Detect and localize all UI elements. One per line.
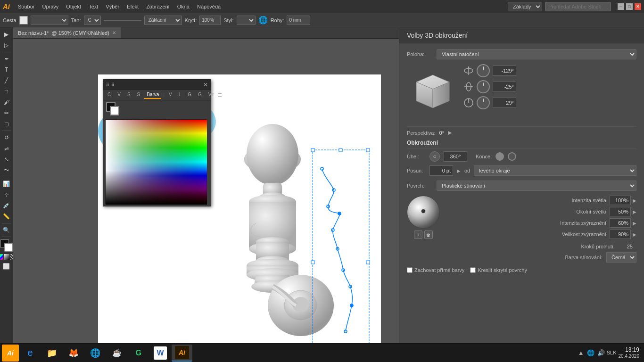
language-indicator[interactable]: SLK [607,350,617,355]
warp-tool[interactable]: 〜 [1,165,12,175]
panel-tab-s1[interactable]: S [125,91,133,99]
stock-search-input[interactable] [545,2,611,11]
posun-input[interactable]: 0 pt [429,165,453,176]
document-tab[interactable]: Bez názvu-1* @ 150% (CMYK/Náhled) ✕ [13,27,121,38]
tab-close-icon[interactable]: ✕ [112,30,116,35]
fill-swatch[interactable] [19,16,28,25]
kreslit-checkbox[interactable] [470,267,476,273]
panel-close-btn[interactable]: ✕ [203,82,208,88]
velikost-zvyrazneni-input[interactable]: 90% [610,230,631,239]
eyedropper-tool[interactable]: 💉 [1,200,12,211]
chrome-taskbar-btn[interactable]: 🌐 [85,345,106,362]
panel-tab-v[interactable]: V [115,91,123,99]
color-mode-btn[interactable] [0,254,3,260]
shade-select[interactable]: Černá [606,252,636,263]
panel-menu-btn[interactable]: ☰ [218,92,222,98]
select-tool[interactable]: ▶ [1,29,12,40]
pencil-tool[interactable]: ✏ [1,108,12,118]
intenzita-zvyrazneni-input[interactable]: 60% [610,218,631,228]
bg-swatch[interactable] [110,106,119,115]
z-rotation-input[interactable]: 29° [493,98,516,108]
x-rotation-input[interactable]: -129° [493,66,516,76]
y-rotation-input[interactable]: -25° [493,82,516,92]
intenzita-zvyrazneni-arrow[interactable]: ▶ [633,221,636,226]
z-rotation-dial[interactable] [477,96,490,109]
perspective-arrow[interactable]: ▶ [448,130,452,136]
remove-light-btn[interactable]: 🗑 [424,230,433,239]
menu-soubor[interactable]: Soubor [15,2,38,11]
panel-tab-barva[interactable]: Barva [144,91,161,99]
scale-tool[interactable]: ⤡ [1,154,12,165]
rotate-tool[interactable]: ↺ [1,132,12,143]
direct-select-tool[interactable]: ▷ [1,40,12,50]
velikost-zvyrazneni-arrow[interactable]: ▶ [633,232,636,237]
zoom-tool[interactable]: 🔍 [1,225,12,235]
network-tray-icon[interactable]: 🌐 [587,349,594,356]
x-rotation-dial[interactable] [477,64,490,77]
stroke-type-select[interactable]: Základní [144,16,182,25]
posun-arrow[interactable]: ▶ [457,168,461,173]
light-handle[interactable] [421,209,426,214]
add-light-btn[interactable]: + [414,230,422,239]
volume-tray-icon[interactable]: 🔊 [597,349,605,356]
panel-tab-c[interactable]: C [105,91,113,99]
screen-mode-btn[interactable]: ⬜ [1,261,12,272]
start-btn[interactable]: Ai [2,345,19,362]
menu-upravy[interactable]: Úpravy [39,2,62,11]
java-taskbar-btn[interactable]: ☕ [107,345,127,362]
uhel-minus-btn[interactable]: ○ [429,151,440,162]
konce-btn-1[interactable] [495,152,504,161]
pen-tool[interactable]: ✒ [1,54,12,64]
okoli-svetlo-arrow[interactable]: ▶ [633,209,636,214]
intenzita-svetla-input[interactable]: 100% [610,196,631,205]
okoli-svetlo-input[interactable]: 50% [610,207,631,216]
menu-okna[interactable]: Okna [174,2,193,11]
panel-tab-vl[interactable]: V [166,91,174,99]
menu-napoveda[interactable]: Nápověda [194,2,224,11]
rect-tool[interactable]: □ [1,86,12,97]
panel-tab-g2[interactable]: G [196,91,204,99]
graph-tool[interactable]: 📊 [1,179,12,189]
panel-tab-l[interactable]: L [176,91,184,99]
styl-select[interactable] [237,16,256,25]
konce-btn-2[interactable] [508,152,516,161]
fill-stroke-widget[interactable] [0,239,13,252]
eraser-tool[interactable]: ◻ [1,119,12,129]
measure-tool[interactable]: 📏 [1,211,12,222]
tray-up-arrow[interactable]: ▲ [578,349,584,356]
stroke-width-preview[interactable] [104,20,141,21]
type-tool[interactable]: T [1,65,12,75]
word-taskbar-btn[interactable]: W [150,345,171,362]
maximize-button[interactable]: □ [626,3,633,10]
tah-select[interactable]: C [84,16,101,25]
od-select[interactable]: levého okraje [474,165,636,176]
menu-text[interactable]: Text [85,2,101,11]
explorer-taskbar-btn[interactable]: 📁 [41,345,62,362]
preset-select[interactable]: Základy [508,2,542,11]
firefox-taskbar-btn[interactable]: 🦊 [63,345,84,362]
close-button[interactable]: ✕ [635,3,641,10]
zachovat-checkbox[interactable] [407,267,413,273]
stroke-select[interactable] [31,16,68,25]
minimize-button[interactable]: ─ [618,3,624,10]
ie-taskbar-btn[interactable]: e [20,345,41,362]
ai-taskbar-btn[interactable]: Ai [172,345,192,362]
light-sphere[interactable] [407,196,440,229]
intenzita-svetla-arrow[interactable]: ▶ [633,198,636,203]
kryt-input[interactable] [199,16,221,25]
panel-tab-g1[interactable]: G [185,91,194,99]
panel-tab-s2[interactable]: S [135,91,143,99]
menu-objekt[interactable]: Objekt [63,2,84,11]
menu-zobrazeni[interactable]: Zobrazení [143,2,173,11]
menu-efekt[interactable]: Efekt [124,2,142,11]
menu-vyber[interactable]: Výběr [102,2,123,11]
uhel-input[interactable]: 360° [444,151,467,162]
green-taskbar-btn[interactable]: G [128,345,149,362]
globe-icon[interactable]: 🌐 [258,16,268,25]
color-gradient[interactable] [105,119,206,204]
line-tool[interactable]: ╱ [1,75,12,86]
panel-tab-vz[interactable]: Vz [206,91,216,99]
taskbar-clock[interactable]: 13:19 20.4.2020 [619,346,640,359]
paintbrush-tool[interactable]: 🖌 [1,97,12,107]
poloha-select[interactable]: Vlastní natočení [437,49,636,59]
